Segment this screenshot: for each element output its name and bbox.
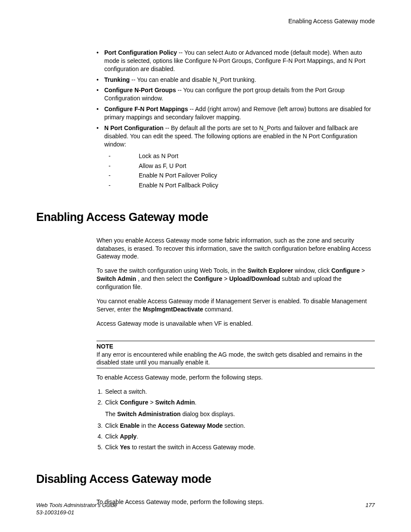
enable-p1: When you enable Access Gateway mode some… <box>97 236 375 261</box>
note-text: If any error is encountered while enabli… <box>97 351 362 366</box>
step-1: Select a switch. <box>104 388 375 396</box>
bullet-configure-nport-groups: Configure N-Port Groups -- You can confi… <box>97 86 375 103</box>
step-4: Click Apply. <box>104 432 375 441</box>
enable-steps: Select a switch. Click Configure > Switc… <box>97 388 375 451</box>
footer-title: Web Tools Administrator's Guide <box>36 501 375 509</box>
note-rule-top <box>97 341 375 341</box>
sub-lock-as-nport: Lock as N Port <box>109 152 375 160</box>
step-2-sub: The Switch Administration dialog box dis… <box>105 410 375 418</box>
step-5: Click Yes to restart the switch in Acces… <box>104 443 375 451</box>
footer-page-number: 177 <box>365 501 375 509</box>
page: Enabling Access Gateway mode Port Config… <box>0 0 411 532</box>
heading-enabling: Enabling Access Gateway mode <box>36 209 375 225</box>
note-content: NOTE If any error is encountered while e… <box>97 342 375 367</box>
enable-p3: You cannot enable Access Gateway mode if… <box>97 297 375 314</box>
step-3: Click Enable in the Access Gateway Mode … <box>104 422 375 430</box>
bullet-configure-fn-mappings: Configure F-N Port Mappings -- Add (righ… <box>97 105 375 121</box>
enable-p2: To save the switch configuration using W… <box>97 267 375 291</box>
note-rule-bottom <box>97 368 375 368</box>
sub-allow-as-fu: Allow as F, U Port <box>109 162 375 170</box>
heading-disabling: Disabling Access Gateway mode <box>36 471 375 487</box>
note-label: NOTE <box>97 343 113 350</box>
steps-intro: To enable Access Gateway mode, perform t… <box>97 373 375 382</box>
bullet-trunking: Trunking -- You can enable and disable N… <box>97 76 375 84</box>
footer-docnum: 53-1003169-01 <box>36 509 375 516</box>
enabling-section: When you enable Access Gateway mode some… <box>97 236 375 451</box>
running-header: Enabling Access Gateway mode <box>36 17 375 25</box>
step-2: Click Configure > Switch Admin. The Swit… <box>104 398 375 418</box>
note-block: NOTE If any error is encountered while e… <box>97 341 375 369</box>
bullet-nport-configuration: N Port Configuration -- By default all t… <box>97 124 375 190</box>
page-footer: Web Tools Administrator's Guide 53-10031… <box>36 501 375 516</box>
enable-p4: Access Gateway mode is unavailable when … <box>97 320 375 328</box>
intro-bullets: Port Configuration Policy -- You can sel… <box>97 49 375 190</box>
sub-enable-fallback: Enable N Port Fallback Policy <box>109 181 375 190</box>
sub-enable-failover: Enable N Port Failover Policy <box>109 171 375 180</box>
bullet-port-config-policy: Port Configuration Policy -- You can sel… <box>97 49 375 73</box>
